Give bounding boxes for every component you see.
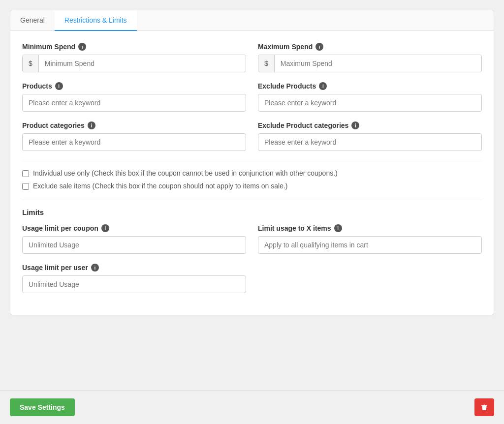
limit-usage-x-items-input[interactable] bbox=[258, 236, 482, 254]
usage-limit-per-coupon-group: Usage limit per coupon i bbox=[22, 224, 246, 254]
exclude-product-categories-group: Exclude Product categories i bbox=[258, 121, 482, 151]
exclude-sale-items-checkbox-label[interactable]: Exclude sale items (Check this box if th… bbox=[22, 182, 482, 190]
main-card: General Restrictions & Limits Minimum Sp… bbox=[10, 10, 494, 315]
limit-usage-x-items-info-icon[interactable]: i bbox=[334, 224, 342, 232]
exclude-product-categories-input[interactable] bbox=[258, 133, 482, 151]
form-content: Minimum Spend i $ Maximum Spend i $ bbox=[10, 31, 494, 315]
minimum-spend-group: Minimum Spend i $ bbox=[22, 43, 246, 72]
usage-limit-per-user-label: Usage limit per user i bbox=[22, 264, 246, 272]
exclude-sale-items-checkbox[interactable] bbox=[22, 183, 29, 190]
tabs-bar: General Restrictions & Limits bbox=[10, 10, 494, 31]
save-settings-button[interactable]: Save Settings bbox=[10, 398, 75, 416]
exclude-products-input[interactable] bbox=[258, 94, 482, 112]
minimum-spend-input[interactable] bbox=[39, 55, 246, 72]
product-categories-label: Product categories i bbox=[22, 121, 246, 129]
tab-general[interactable]: General bbox=[10, 10, 55, 31]
page-footer: Save Settings bbox=[0, 390, 504, 424]
maximum-spend-input-wrapper: $ bbox=[258, 55, 482, 72]
individual-use-checkbox-label[interactable]: Individual use only (Check this box if t… bbox=[22, 169, 482, 177]
product-categories-group: Product categories i bbox=[22, 121, 246, 151]
usage-limit-per-user-input[interactable] bbox=[22, 275, 246, 293]
limit-usage-x-items-label: Limit usage to X items i bbox=[258, 224, 482, 232]
maximum-spend-prefix: $ bbox=[258, 55, 275, 72]
products-input[interactable] bbox=[22, 94, 246, 112]
usage-limit-per-coupon-label: Usage limit per coupon i bbox=[22, 224, 246, 232]
products-row: Products i Exclude Products i bbox=[22, 82, 482, 112]
limit-usage-x-items-group: Limit usage to X items i bbox=[258, 224, 482, 254]
categories-row: Product categories i Exclude Product cat… bbox=[22, 121, 482, 151]
product-categories-info-icon[interactable]: i bbox=[88, 121, 95, 129]
trash-icon bbox=[480, 403, 488, 411]
usage-limit-per-user-group: Usage limit per user i bbox=[22, 264, 246, 293]
tab-restrictions[interactable]: Restrictions & Limits bbox=[55, 10, 137, 31]
delete-button[interactable] bbox=[474, 398, 494, 416]
product-categories-input[interactable] bbox=[22, 133, 246, 151]
exclude-sale-items-text: Exclude sale items (Check this box if th… bbox=[33, 182, 288, 190]
products-group: Products i bbox=[22, 82, 246, 112]
spend-row: Minimum Spend i $ Maximum Spend i $ bbox=[22, 43, 482, 72]
usage-limit-per-user-info-icon[interactable]: i bbox=[91, 264, 99, 272]
exclude-products-info-icon[interactable]: i bbox=[319, 82, 327, 90]
divider-2 bbox=[22, 200, 482, 200]
divider-1 bbox=[22, 161, 482, 161]
exclude-product-categories-info-icon[interactable]: i bbox=[351, 121, 359, 129]
limits-section-title: Limits bbox=[22, 208, 482, 216]
maximum-spend-group: Maximum Spend i $ bbox=[258, 43, 482, 72]
limits-row-1: Usage limit per coupon i Limit usage to … bbox=[22, 224, 482, 254]
products-label: Products i bbox=[22, 82, 246, 90]
minimum-spend-prefix: $ bbox=[23, 55, 39, 72]
minimum-spend-info-icon[interactable]: i bbox=[78, 43, 86, 51]
individual-use-text: Individual use only (Check this box if t… bbox=[33, 169, 338, 177]
exclude-product-categories-label: Exclude Product categories i bbox=[258, 121, 482, 129]
individual-use-checkbox[interactable] bbox=[22, 170, 29, 177]
minimum-spend-label: Minimum Spend i bbox=[22, 43, 246, 51]
maximum-spend-label: Maximum Spend i bbox=[258, 43, 482, 51]
usage-limit-per-coupon-input[interactable] bbox=[22, 236, 246, 254]
usage-limit-per-coupon-info-icon[interactable]: i bbox=[101, 224, 109, 232]
exclude-products-label: Exclude Products i bbox=[258, 82, 482, 90]
products-info-icon[interactable]: i bbox=[55, 82, 63, 90]
maximum-spend-input[interactable] bbox=[275, 55, 481, 72]
minimum-spend-input-wrapper: $ bbox=[22, 55, 246, 72]
checkbox-group: Individual use only (Check this box if t… bbox=[22, 169, 482, 190]
limits-row-2: Usage limit per user i bbox=[22, 264, 482, 293]
maximum-spend-info-icon[interactable]: i bbox=[315, 43, 323, 51]
exclude-products-group: Exclude Products i bbox=[258, 82, 482, 112]
